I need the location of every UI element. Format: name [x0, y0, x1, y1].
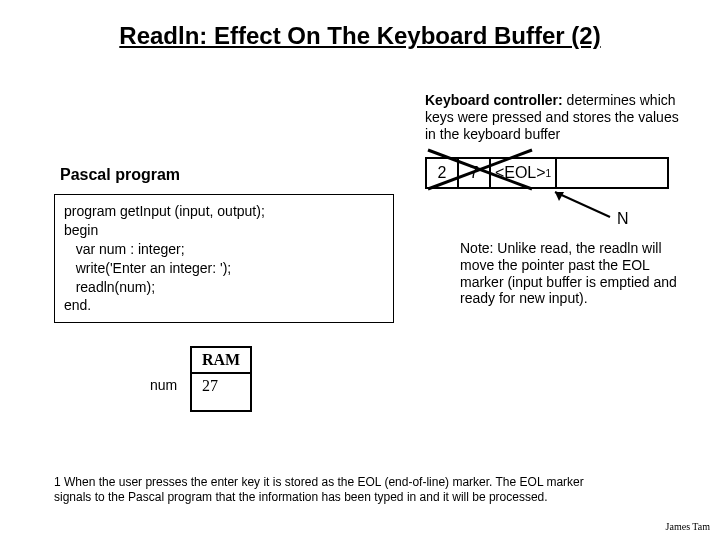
- buffer-empty: [557, 159, 667, 187]
- ram-header: RAM: [192, 348, 250, 374]
- svg-marker-3: [555, 192, 564, 201]
- buffer-cell-eol: <EOL>1: [491, 159, 557, 187]
- svg-line-2: [555, 192, 610, 217]
- eol-text: <EOL>: [495, 164, 546, 182]
- eol-sup: 1: [546, 168, 552, 179]
- keyboard-buffer: 2 7 <EOL>1: [425, 157, 669, 189]
- pascal-heading: Pascal program: [60, 166, 180, 184]
- slide-title: Readln: Effect On The Keyboard Buffer (2…: [0, 22, 720, 50]
- ram-box: RAM 27: [190, 346, 252, 412]
- n-label: N: [617, 210, 629, 228]
- footnote: 1 When the user presses the enter key it…: [54, 475, 624, 505]
- kc-label: Keyboard controller:: [425, 92, 563, 108]
- ram-value: 27: [192, 374, 250, 410]
- pascal-code: program getInput (input, output); begin …: [54, 194, 394, 323]
- readln-note: Note: Unlike read, the readln will move …: [460, 240, 680, 307]
- buffer-cell-1: 2: [427, 159, 459, 187]
- author-credit: James Tam: [666, 521, 710, 532]
- buffer-cell-2: 7: [459, 159, 491, 187]
- ram-var-label: num: [150, 377, 177, 393]
- keyboard-controller-text: Keyboard controller: determines which ke…: [425, 92, 685, 142]
